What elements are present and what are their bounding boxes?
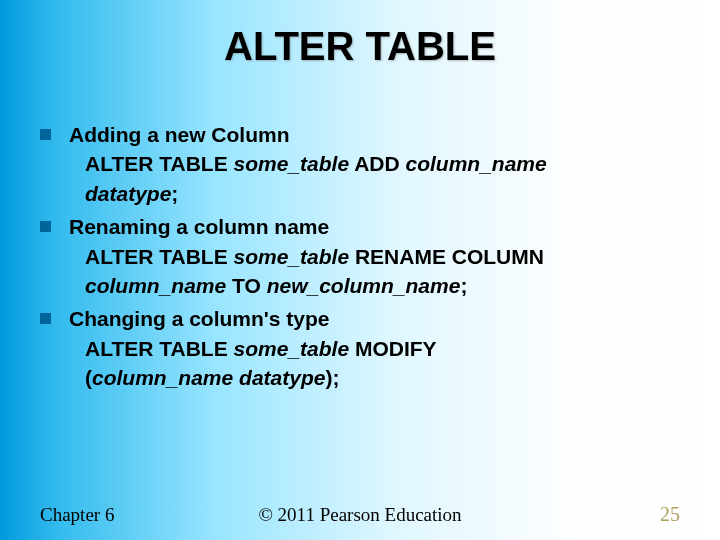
code-line: datatype; bbox=[85, 179, 680, 208]
text: ; bbox=[460, 274, 467, 297]
text: ( bbox=[85, 366, 92, 389]
code-line: ALTER TABLE some_table RENAME COLUMN bbox=[85, 242, 680, 271]
item-heading: Adding a new Column bbox=[69, 123, 290, 146]
list-item: Renaming a column name ALTER TABLE some_… bbox=[40, 212, 680, 300]
bullet-icon bbox=[40, 129, 51, 140]
text: ; bbox=[171, 182, 178, 205]
placeholder: new_column_name bbox=[267, 274, 461, 297]
footer-left: Chapter 6 bbox=[40, 504, 114, 526]
placeholder: column_name bbox=[85, 274, 226, 297]
slide-footer: Chapter 6 © 2011 Pearson Education 25 bbox=[40, 503, 680, 526]
list-item: Changing a column's type ALTER TABLE som… bbox=[40, 304, 680, 392]
item-content: Renaming a column name ALTER TABLE some_… bbox=[69, 212, 680, 300]
code-line: ALTER TABLE some_table MODIFY bbox=[85, 334, 680, 363]
item-heading: Renaming a column name bbox=[69, 215, 329, 238]
footer-center: © 2011 Pearson Education bbox=[40, 504, 680, 526]
slide-number: 25 bbox=[660, 503, 680, 526]
text: TO bbox=[226, 274, 266, 297]
placeholder: some_table bbox=[234, 152, 350, 175]
text: MODIFY bbox=[349, 337, 437, 360]
placeholder: column_name bbox=[92, 366, 233, 389]
placeholder: datatype bbox=[85, 182, 171, 205]
text: ); bbox=[325, 366, 339, 389]
code-line: column_name TO new_column_name; bbox=[85, 271, 680, 300]
placeholder: some_table bbox=[234, 337, 350, 360]
code-line: ALTER TABLE some_table ADD column_name bbox=[85, 149, 680, 178]
slide-title: ALTER TABLE bbox=[0, 24, 720, 69]
slide-body: Adding a new Column ALTER TABLE some_tab… bbox=[40, 120, 680, 397]
text: RENAME COLUMN bbox=[349, 245, 544, 268]
item-heading: Changing a column's type bbox=[69, 307, 330, 330]
bullet-icon bbox=[40, 313, 51, 324]
text: ADD bbox=[349, 152, 405, 175]
text: ALTER TABLE bbox=[85, 337, 234, 360]
placeholder: datatype bbox=[239, 366, 325, 389]
bullet-icon bbox=[40, 221, 51, 232]
item-content: Changing a column's type ALTER TABLE som… bbox=[69, 304, 680, 392]
placeholder: column_name bbox=[406, 152, 547, 175]
slide: ALTER TABLE Adding a new Column ALTER TA… bbox=[0, 0, 720, 540]
code-line: (column_name datatype); bbox=[85, 363, 680, 392]
list-item: Adding a new Column ALTER TABLE some_tab… bbox=[40, 120, 680, 208]
placeholder: some_table bbox=[234, 245, 350, 268]
item-content: Adding a new Column ALTER TABLE some_tab… bbox=[69, 120, 680, 208]
text: ALTER TABLE bbox=[85, 245, 234, 268]
text: ALTER TABLE bbox=[85, 152, 234, 175]
